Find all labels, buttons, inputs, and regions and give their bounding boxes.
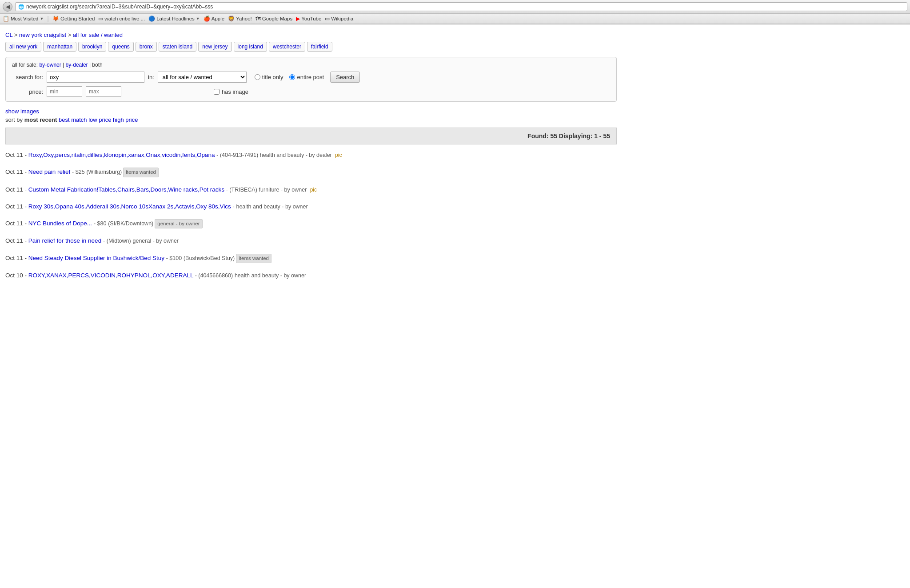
breadcrumb-city[interactable]: new york craigslist — [19, 32, 66, 38]
bookmark-apple[interactable]: 🍎 Apple — [204, 16, 224, 22]
bookmark-most-visited[interactable]: 📋 Most Visited ▼ — [3, 16, 44, 22]
listing-title-link[interactable]: Need Steady Diesel Supplier in Bushwick/… — [28, 255, 164, 261]
by-dealer-link[interactable]: by-dealer — [66, 62, 88, 68]
entire-post-option[interactable]: entire post — [289, 74, 324, 80]
listing-title-link[interactable]: ROXY,XANAX,PERCS,VICODIN,ROHYPNOL,OXY,AD… — [28, 272, 193, 279]
address-bar[interactable]: 🌐 newyork.craigslist.org/search/?areaID=… — [15, 2, 907, 11]
search-button[interactable]: Search — [330, 72, 360, 83]
breadcrumb-category[interactable]: all for sale / wanted — [73, 32, 123, 38]
listing-extra: - (TRIBECA) — [226, 187, 257, 193]
area-tab-manhattan[interactable]: manhattan — [43, 42, 76, 52]
apple-icon: 🍎 — [204, 16, 210, 22]
radio-group: title only entire post Search — [255, 72, 360, 83]
listing-date: Oct 11 — [5, 168, 23, 175]
sort-high-price[interactable]: high price — [113, 116, 138, 123]
has-image-label: has image — [222, 88, 248, 95]
listing-extra: - $80 — [94, 220, 107, 227]
bookmark-getting-started[interactable]: 🦊 Getting Started — [52, 16, 95, 22]
entire-post-radio[interactable] — [289, 74, 295, 80]
sort-section: show images sort by most recent best mat… — [5, 108, 617, 123]
area-tab-bronx[interactable]: bronx — [136, 42, 157, 52]
sort-best-match[interactable]: best match — [59, 116, 87, 123]
bookmark-label: watch cnbc live ... — [104, 16, 145, 21]
has-image-checkbox[interactable] — [214, 89, 220, 95]
listing-extra: - — [233, 204, 235, 210]
listing-title-link[interactable]: NYC Bundles of Dope... — [28, 220, 92, 227]
entire-post-label: entire post — [297, 74, 324, 80]
bookmark-wikipedia[interactable]: ▭ Wikipedia — [325, 16, 353, 22]
listing-title-link[interactable]: Need pain relief — [28, 168, 71, 175]
both-text: both — [92, 62, 102, 68]
bookmark-latest-headlines[interactable]: 🔵 Latest Headlines ▼ — [148, 16, 200, 22]
maps-icon: 🗺 — [255, 16, 261, 22]
listing-extra: - (404-913-7491) — [216, 152, 258, 158]
area-tab-new-jersey[interactable]: new jersey — [198, 42, 231, 52]
listing-tag: general - by owner — [155, 219, 202, 228]
breadcrumb-cl[interactable]: CL — [5, 32, 12, 38]
bookmark-google-maps[interactable]: 🗺 Google Maps — [255, 16, 292, 22]
bookmark-cnbc[interactable]: ▭ watch cnbc live ... — [98, 16, 145, 22]
bookmark-icon: 📋 — [3, 16, 9, 22]
listing-date: Oct 11 — [5, 255, 23, 261]
price-min-input[interactable] — [47, 86, 82, 97]
area-tab-queens[interactable]: queens — [108, 42, 133, 52]
listing-item: Oct 11 - Need Steady Diesel Supplier in … — [5, 254, 617, 263]
listing-category: general - by owner — [132, 238, 179, 244]
listings-container: Oct 11 - Roxy,Oxy,percs,ritalin,dillies,… — [5, 151, 617, 280]
search-row: search for: in: all for sale / wanted an… — [12, 72, 610, 83]
area-tab-all-new-york[interactable]: all new york — [5, 42, 41, 52]
breadcrumb: CL > new york craigslist > all for sale … — [5, 32, 617, 38]
yahoo-icon: 🦁 — [228, 16, 235, 22]
title-only-option[interactable]: title only — [255, 74, 283, 80]
area-tab-staten-island[interactable]: staten island — [159, 42, 196, 52]
youtube-icon: ▶ — [296, 16, 300, 22]
sort-most-recent: most recent — [24, 116, 57, 123]
price-max-input[interactable] — [86, 86, 121, 97]
listing-date: Oct 10 — [5, 272, 23, 279]
sort-low-price[interactable]: low price — [88, 116, 111, 123]
results-header: Found: 55 Displaying: 1 - 55 — [5, 128, 617, 144]
search-input[interactable] — [47, 72, 144, 83]
listing-date: Oct 11 — [5, 203, 23, 210]
area-tab-brooklyn[interactable]: brooklyn — [78, 42, 106, 52]
listing-title-link[interactable]: Pain relief for those in need — [28, 237, 101, 244]
listing-category: health and beauty - by owner — [236, 204, 307, 210]
bookmark-yahoo[interactable]: 🦁 Yahoo! — [228, 16, 252, 22]
dropdown-arrow-icon: ▼ — [196, 16, 200, 21]
area-tab-fairfield[interactable]: fairfield — [307, 42, 332, 52]
listing-extra: - (4045666860) — [195, 272, 233, 279]
bookmark-label: Apple — [212, 16, 224, 21]
listing-category: furniture - by owner — [259, 187, 307, 193]
bookmark-label: Wikipedia — [331, 16, 353, 21]
bookmark-label: Yahoo! — [236, 16, 252, 21]
dropdown-arrow-icon: ▼ — [40, 16, 44, 21]
separator: | — [47, 15, 49, 22]
back-button[interactable]: ◀ — [3, 2, 12, 12]
area-tab-westchester[interactable]: westchester — [269, 42, 305, 52]
has-image-row: has image — [214, 88, 248, 95]
listing-title-link[interactable]: Custom Metal Fabrication!Tables,Chairs,B… — [28, 186, 224, 193]
listing-location: (SI/BK/Downtown) — [108, 220, 153, 227]
price-label: price: — [12, 88, 43, 95]
listing-category: health and beauty - by owner — [235, 272, 306, 279]
title-only-radio[interactable] — [255, 74, 260, 80]
sort-by-label: sort by — [5, 116, 24, 123]
listing-item: Oct 11 - NYC Bundles of Dope... - $80 (S… — [5, 219, 617, 228]
globe-icon: 🌐 — [18, 4, 24, 10]
bookmark-label: Google Maps — [262, 16, 292, 21]
listing-title-link[interactable]: Roxy,Oxy,percs,ritalin,dillies,klonopin,… — [28, 152, 215, 158]
search-for-label: search for: — [12, 74, 43, 80]
sort-line: sort by most recent best match low price… — [5, 116, 617, 123]
listing-title-link[interactable]: Roxy 30s,Opana 40s,Adderall 30s,Norco 10… — [28, 203, 231, 210]
listing-date: Oct 11 — [5, 220, 23, 227]
breadcrumb-separator2: > — [68, 32, 73, 38]
area-tab-long-island[interactable]: long island — [234, 42, 267, 52]
by-owner-link[interactable]: by-owner — [39, 62, 61, 68]
category-select[interactable]: all for sale / wanted antiques appliance… — [158, 72, 247, 83]
rss-icon: 🔵 — [148, 16, 155, 22]
show-images-link[interactable]: show images — [5, 108, 39, 115]
bookmark-youtube[interactable]: ▶ YouTube — [296, 16, 321, 22]
title-only-label: title only — [262, 74, 283, 80]
firefox-icon: 🦊 — [52, 16, 59, 22]
listing-extra: - — [103, 238, 105, 244]
